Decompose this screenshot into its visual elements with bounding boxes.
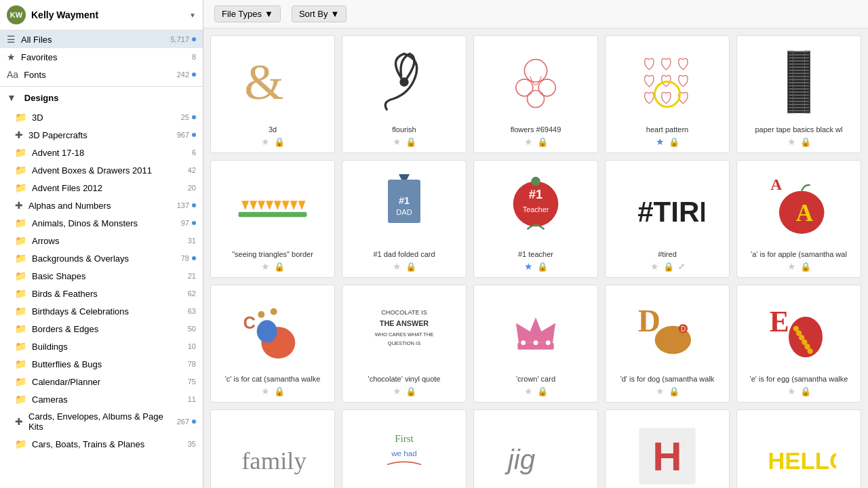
svg-text:Teacher: Teacher [523,205,549,214]
card-star-icon[interactable]: ★ [787,261,796,272]
sidebar-item-label: Alphas and Numbers [28,201,174,211]
card-actions: ★ 🔒 [524,136,548,147]
card-expand-icon[interactable]: ⤢ [678,262,685,271]
card-star-icon[interactable]: ★ [261,261,270,272]
favorites-count: 8 [192,53,196,61]
card-title: 'd' is for dog (samantha walk [611,375,724,383]
sidebar-item-cars-boats-trains-planes[interactable]: 📁 Cars, Boats, Trains & Planes 35 [0,435,203,453]
card-item[interactable]: jig jig ★ 🔒 [473,409,598,488]
sidebar-item-birthdays-celebrations[interactable]: 📁 Birthdays & Celebrations 63 [0,302,203,320]
card-star-icon[interactable]: ★ [393,136,401,147]
svg-point-63 [546,340,551,345]
svg-marker-39 [399,174,410,180]
card-item[interactable]: heart pattern ★ 🔒 [605,35,730,153]
sidebar-item-calendar-planner[interactable]: 📁 Calendar/Planner 75 [0,373,203,390]
card-item[interactable]: CHOCOLATE IS THE ANSWER WHO CARES WHAT T… [342,285,467,403]
card-item[interactable]: D D 'd' is for dog (samantha walk ★ 🔒 [605,285,730,403]
card-star-icon[interactable]: ★ [650,261,659,272]
folder-icon: 📁 [15,376,26,387]
sidebar-item-count: 62 [188,289,196,298]
card-star-icon[interactable]: ★ [524,136,533,147]
card-star-icon[interactable]: ★ [393,261,401,272]
svg-marker-34 [282,201,290,210]
svg-point-54 [271,308,277,315]
card-item[interactable]: #1 Teacher #1 teacher ★ 🔒 [473,160,598,278]
card-image: #1 Teacher [479,166,592,247]
card-star-icon[interactable]: ★ [787,136,796,147]
svg-point-1 [399,77,408,86]
card-lock-icon: 🔒 [274,137,285,147]
sidebar-item-cards-envelopes-albums-page-kits[interactable]: ✚ Cards, Envelopes, Albums & Page Kits 2… [0,408,203,435]
sidebar-item-all-files[interactable]: ☰ All Files 5,717 [0,30,203,48]
card-item[interactable]: flourish ★ 🔒 [342,35,467,153]
sidebar-item-favorites[interactable]: ★ Favorites 8 [0,48,203,66]
card-item[interactable]: #1 DAD #1 dad folded card ★ 🔒 [342,160,467,278]
sidebar-item-birds-feathers[interactable]: 📁 Birds & Feathers 62 [0,285,203,302]
sidebar-item-basic-shapes[interactable]: 📁 Basic Shapes 21 [0,267,203,285]
card-title: 'crown' card [479,375,592,383]
user-dropdown-arrow[interactable]: ▼ [189,12,196,19]
card-item[interactable]: #TIRED #tired ★ 🔒 ⤢ [605,160,730,278]
sidebar-item-cameras[interactable]: 📁 Cameras 11 [0,390,203,408]
sidebar-item-backgrounds-overlays[interactable]: 📁 Backgrounds & Overlays 78 [0,249,203,267]
sidebar-item-label: Backgrounds & Overlays [32,253,178,264]
card-image: D D [611,291,724,372]
card-title: 'c' is for cat (samantha walke [216,375,329,383]
sidebar-item-advent-boxes-drawers-2011[interactable]: 📁 Advent Boxes & Drawers 2011 42 [0,161,203,179]
sidebar-item-advent-files-2012[interactable]: 📁 Advent Files 2012 20 [0,179,203,197]
sidebar-item-alphas-and-numbers[interactable]: ✚ Alphas and Numbers 137 [0,197,203,214]
card-image [348,41,460,123]
card-title: #1 dad folded card [348,250,460,258]
card-actions: ★ 🔒 ⤢ [650,261,685,272]
svg-marker-29 [241,201,249,210]
svg-marker-36 [298,201,306,210]
sidebar-item-arrows[interactable]: 📁 Arrows 31 [0,232,203,249]
card-star-icon[interactable]: ★ [261,386,270,396]
card-item[interactable]: A A 'a' is for apple (samantha wal ★ 🔒 [736,160,861,278]
sidebar-item-fonts[interactable]: Aa Fonts 242 [0,66,203,83]
svg-rect-9 [789,57,809,58]
sort-by-button[interactable]: Sort By ▼ [292,5,347,22]
svg-marker-35 [290,201,298,210]
card-item[interactable]: First we had First we had ★ 🔒 [342,409,467,488]
sidebar-item-label: Animals, Dinos & Monsters [32,218,178,228]
sidebar-item-buildings[interactable]: 📁 Buildings 10 [0,338,203,355]
sidebar-item-count: 31 [188,237,196,245]
svg-text:QUESTION IS: QUESTION IS [388,340,420,346]
svg-marker-32 [266,201,273,210]
card-item[interactable]: flowers #69449 ★ 🔒 [473,35,598,153]
card-item[interactable]: H H ★ 🔒 [605,409,730,488]
card-actions: ★ 🔒 [524,261,548,272]
card-image: family [216,415,329,488]
card-item[interactable]: family family ★ 🔒 [210,409,335,488]
sidebar-item-animals-dinos-monsters[interactable]: 📁 Animals, Dinos & Monsters 97 [0,214,203,232]
card-item[interactable]: HELLO HELLO ★ 🔒 [736,409,861,488]
sidebar-item-butterflies-bugs[interactable]: 📁 Butterflies & Bugs 78 [0,355,203,373]
card-item[interactable]: & 3d ★ 🔒 [210,35,335,153]
svg-point-5 [528,91,545,108]
file-types-button[interactable]: File Types ▼ [214,5,281,22]
card-star-icon[interactable]: ★ [261,136,270,147]
card-image: #1 DAD [348,166,460,247]
main-content: File Types ▼ Sort By ▼ & 3d ★ 🔒 [203,0,868,488]
card-item[interactable]: E 'e' is for egg (samantha walke ★ 🔒 [736,285,861,403]
card-item[interactable]: 'crown' card ★ 🔒 [473,285,598,403]
card-lock-icon: 🔒 [800,386,811,396]
card-item[interactable]: C 'c' is for cat (samantha walke ★ 🔒 [210,285,335,403]
svg-point-62 [534,340,538,345]
card-star-icon[interactable]: ★ [524,386,533,396]
card-item[interactable]: "seeing triangles" border ★ 🔒 [210,160,335,278]
card-star-icon[interactable]: ★ [656,386,665,396]
designs-collapse-icon[interactable]: ▼ [7,92,16,103]
card-image [479,41,592,123]
sidebar-item-count: 967 [177,131,189,139]
sidebar-item-3d[interactable]: 📁 3D 25 [0,108,203,126]
sidebar-item-advent-17-18[interactable]: 📁 Advent 17-18 6 [0,144,203,161]
sidebar-item-borders-edges[interactable]: 📁 Borders & Edges 50 [0,320,203,338]
sidebar-item-3d-papercrafts[interactable]: ✚ 3D Papercrafts 967 [0,126,203,144]
card-star-icon[interactable]: ★ [524,261,533,272]
card-star-icon[interactable]: ★ [656,136,665,147]
card-star-icon[interactable]: ★ [393,386,401,396]
card-item[interactable]: paper tape basics black wl ★ 🔒 [736,35,861,153]
card-star-icon[interactable]: ★ [787,386,796,396]
